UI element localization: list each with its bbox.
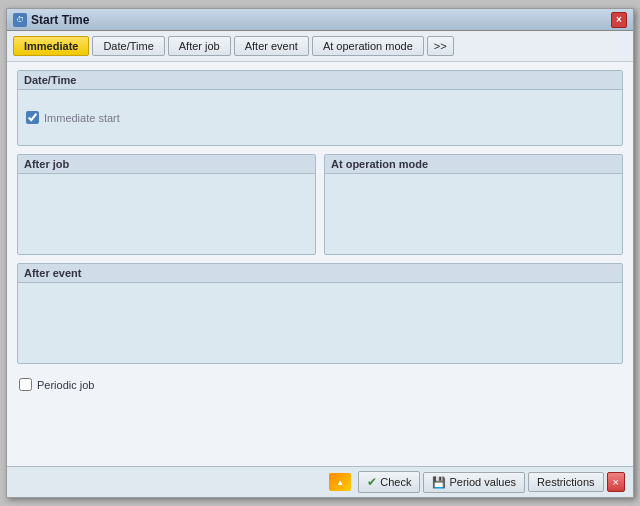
after-event-panel-header: After event	[18, 264, 622, 283]
at-operation-mode-panel-body	[325, 174, 622, 254]
more-tabs-button[interactable]: >>	[427, 36, 454, 56]
window-icon: ⏱	[13, 13, 27, 27]
at-operation-mode-panel-header: At operation mode	[325, 155, 622, 174]
period-values-button-label: Period values	[449, 476, 516, 488]
bottom-bar: ▲ ✔ Check 💾 Period values Restrictions ×	[7, 466, 633, 497]
tab-after-job[interactable]: After job	[168, 36, 231, 56]
tab-at-operation-mode[interactable]: At operation mode	[312, 36, 424, 56]
immediate-start-text: Immediate start	[44, 112, 120, 124]
window-close-button[interactable]: ×	[611, 12, 627, 28]
datetime-panel: Date/Time Immediate start	[17, 70, 623, 146]
restrictions-button-label: Restrictions	[537, 476, 594, 488]
after-event-panel: After event	[17, 263, 623, 364]
immediate-start-checkbox[interactable]	[26, 111, 39, 124]
watermark-logo: ▲	[329, 473, 351, 491]
at-operation-mode-panel: At operation mode	[324, 154, 623, 255]
after-job-panel-body	[18, 174, 315, 254]
check-button-label: Check	[380, 476, 411, 488]
restrictions-button[interactable]: Restrictions	[528, 472, 603, 492]
datetime-panel-body: Immediate start	[18, 90, 622, 145]
datetime-panel-header: Date/Time	[18, 71, 622, 90]
window-title: Start Time	[31, 13, 89, 27]
two-col-row: After job At operation mode	[17, 154, 623, 255]
watermark: ▲	[329, 473, 351, 491]
save-icon: 💾	[432, 476, 446, 489]
check-button[interactable]: ✔ Check	[358, 471, 420, 493]
after-job-panel-header: After job	[18, 155, 315, 174]
title-bar: ⏱ Start Time ×	[7, 9, 633, 31]
content-area: Date/Time Immediate start After job At o…	[7, 62, 633, 466]
main-window: ⏱ Start Time × Immediate Date/Time After…	[6, 8, 634, 498]
tab-datetime[interactable]: Date/Time	[92, 36, 164, 56]
check-icon: ✔	[367, 475, 377, 489]
title-bar-left: ⏱ Start Time	[13, 13, 89, 27]
close-action-button[interactable]: ×	[607, 472, 625, 492]
period-values-button[interactable]: 💾 Period values	[423, 472, 525, 493]
periodic-row: Periodic job	[17, 372, 623, 397]
periodic-job-label: Periodic job	[37, 379, 94, 391]
after-job-panel: After job	[17, 154, 316, 255]
tab-after-event[interactable]: After event	[234, 36, 309, 56]
tab-immediate[interactable]: Immediate	[13, 36, 89, 56]
tab-toolbar: Immediate Date/Time After job After even…	[7, 31, 633, 62]
periodic-job-checkbox[interactable]	[19, 378, 32, 391]
after-event-panel-body	[18, 283, 622, 363]
immediate-start-label[interactable]: Immediate start	[26, 111, 120, 124]
